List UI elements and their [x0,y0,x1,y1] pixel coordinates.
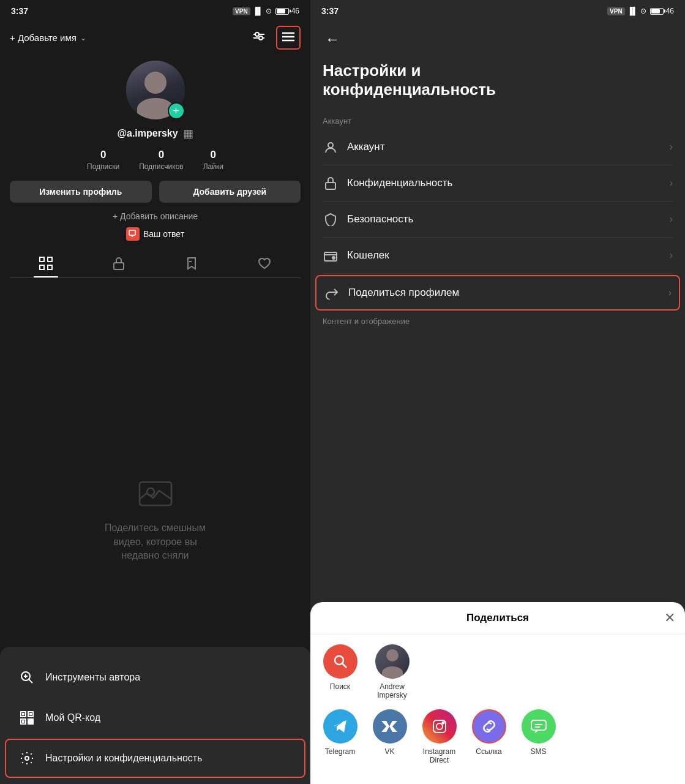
account-item-left: Аккаунт [323,139,385,155]
share-profile-icon [324,285,340,301]
share-contact-search[interactable]: Поиск [320,644,360,699]
bottom-sheet: Инструменты автора Мой QR-код [0,647,310,784]
add-friends-button[interactable]: Добавить друзей [159,181,301,203]
svg-rect-11 [40,257,44,262]
svg-marker-10 [130,235,134,237]
telegram-app-icon [323,709,357,744]
right-header: ← [310,22,685,56]
settings-title: Настройки иконфиденциальность [310,56,685,111]
stat-followers: 0 Подписчиков [139,149,184,171]
qr-code-item[interactable]: Мой QR-код [5,698,305,737]
sms-label: SMS [530,747,546,756]
avatar-add-button[interactable]: + [168,102,185,119]
filter-icon-button[interactable] [249,26,269,49]
tab-bookmark[interactable] [155,249,228,277]
svg-point-39 [442,722,444,724]
left-header: + Добавьте имя ⌄ [0,22,310,56]
share-contact-user[interactable]: AndrewImpersky [372,644,412,699]
settings-bs-icon [18,750,36,767]
share-app-instagram[interactable]: InstagramDirect [419,709,459,764]
username-row: @a.impersky ▦ [117,127,193,140]
right-vpn-badge: VPN [607,7,625,15]
svg-rect-27 [31,719,33,721]
privacy-settings-item[interactable]: Конфиденциальность › [310,165,685,201]
tab-heart[interactable] [228,249,301,277]
author-tools-item[interactable]: Инструменты автора [5,658,305,697]
right-signal-icon: ▐▌ [627,7,638,15]
share-app-sms[interactable]: SMS [518,709,558,764]
share-profile-left: Поделиться профилем [324,285,459,301]
likes-value: 0 [211,149,216,161]
privacy-icon [323,175,339,191]
add-description-text[interactable]: + Добавить описание [113,211,198,221]
security-icon [323,211,339,227]
author-tools-icon [18,669,36,686]
right-battery-level: 46 [666,7,674,15]
right-time: 3:37 [321,6,339,16]
account-settings-item[interactable]: Аккаунт › [310,129,685,165]
answer-icon [126,227,140,241]
qr-code-bs-icon [18,709,36,726]
svg-rect-29 [31,722,33,724]
share-app-link[interactable]: Ссылка [469,709,509,764]
content-section-label: Контент и отображение [310,312,685,330]
account-section-label: Аккаунт [310,111,685,129]
author-tools-label: Инструменты автора [45,672,140,683]
telegram-label: Telegram [325,747,355,756]
wallet-settings-item[interactable]: Кошелек › [310,238,685,273]
tabs-row [10,249,301,278]
svg-rect-24 [30,714,31,715]
right-status-bar: 3:37 VPN ▐▌ ⊙ 46 [310,0,685,22]
svg-rect-12 [48,257,52,262]
signal-icon: ▐▌ [253,7,263,15]
divider-4 [323,273,673,274]
account-chevron: › [670,141,673,153]
privacy-item-left: Конфиденциальность [323,175,452,191]
tab-lock[interactable] [83,249,155,277]
instagram-app-icon [422,709,457,744]
add-name-button[interactable]: + Добавьте имя ⌄ [10,32,86,43]
right-panel: 3:37 VPN ▐▌ ⊙ 46 ← Настройки иконфиденци… [310,0,685,784]
settings-item-bs[interactable]: Настройки и конфиденциальность [5,739,305,778]
action-buttons: Изменить профиль Добавить друзей [10,181,301,203]
instagram-label: InstagramDirect [423,747,455,764]
share-profile-item[interactable]: Поделиться профилем › [315,275,680,311]
share-app-vk[interactable]: VK [370,709,410,764]
left-status-icons: VPN ▐▌ ⊙ 46 [233,7,299,15]
user-contact-label: AndrewImpersky [377,682,407,699]
vk-label: VK [384,747,394,756]
share-apps-row: Telegram VK InstagramDir [310,704,685,769]
avatar-container: + [126,61,185,119]
empty-text: Поделитесь смешнымвидео, которое вынедав… [105,521,206,562]
svg-rect-32 [326,183,335,189]
answer-row: Ваш ответ [126,227,184,241]
wifi-icon: ⊙ [266,7,272,15]
tab-grid[interactable] [10,249,83,277]
edit-profile-button[interactable]: Изменить профиль [10,181,152,203]
svg-rect-26 [28,719,30,721]
svg-point-38 [436,723,443,729]
chevron-down-icon: ⌄ [80,34,86,42]
settings-bs-label: Настройки и конфиденциальность [45,753,202,764]
share-app-telegram[interactable]: Telegram [320,709,360,764]
svg-point-1 [259,36,263,40]
privacy-chevron: › [670,178,673,189]
wallet-icon [323,247,339,263]
svg-rect-25 [23,721,24,722]
likes-label: Лайки [203,162,223,171]
profile-section: + @a.impersky ▦ 0 Подписки 0 Подписчиков… [0,56,310,288]
qr-code-icon[interactable]: ▦ [183,127,193,140]
svg-rect-13 [40,265,44,270]
svg-point-34 [332,257,335,259]
back-arrow-button[interactable]: ← [323,28,342,50]
left-status-bar: 3:37 VPN ▐▌ ⊙ 46 [0,0,310,22]
battery-level: 46 [291,7,299,15]
left-vpn-badge: VPN [233,7,250,15]
stat-likes: 0 Лайки [203,149,223,171]
share-modal-header: Поделиться ✕ [310,602,685,635]
share-modal-close-button[interactable]: ✕ [664,611,675,625]
qr-code-label: Мой QR-код [45,712,100,723]
security-settings-item[interactable]: Безопасность › [310,202,685,237]
wallet-chevron: › [670,250,673,261]
menu-icon-button[interactable] [276,26,301,50]
